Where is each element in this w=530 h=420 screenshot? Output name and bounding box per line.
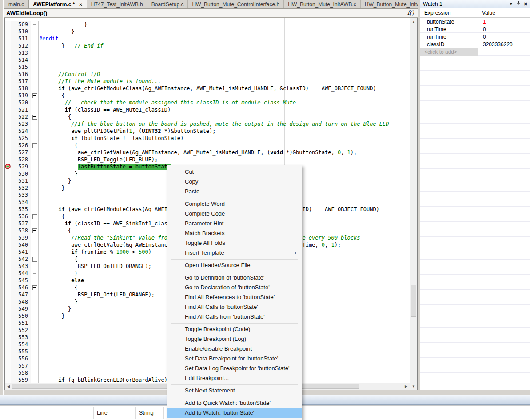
menu-item[interactable]: Toggle Breakpoint (Code) <box>167 324 302 334</box>
breakpoint-margin[interactable] <box>5 277 11 284</box>
close-tab-icon[interactable]: ✕ <box>79 2 82 7</box>
breakpoint-margin[interactable] <box>5 348 11 355</box>
breakpoint-margin[interactable] <box>5 192 11 199</box>
breakpoint-margin[interactable] <box>5 28 11 35</box>
breakpoint-margin[interactable] <box>5 78 11 85</box>
watch-row[interactable]: runTime0 <box>420 25 530 33</box>
code-text[interactable]: } <box>39 21 87 28</box>
code-text[interactable] <box>39 64 39 71</box>
breakpoint-margin[interactable] <box>5 184 11 192</box>
code-line[interactable]: 519 { <box>5 92 410 99</box>
code-text[interactable] <box>39 49 39 56</box>
breakpoint-margin[interactable] <box>5 263 11 270</box>
code-text[interactable] <box>39 355 39 362</box>
fold-margin[interactable] <box>31 113 39 120</box>
code-text[interactable]: } <box>39 298 78 305</box>
fold-margin[interactable] <box>31 92 39 99</box>
fold-collapse-icon[interactable] <box>32 93 37 98</box>
code-text[interactable]: //If the blue button on the board is pus… <box>39 120 389 128</box>
breakpoint-margin[interactable] <box>5 42 11 49</box>
code-text[interactable] <box>39 56 39 64</box>
breakpoint-margin[interactable] <box>5 327 11 334</box>
fold-margin[interactable] <box>31 256 39 263</box>
code-text[interactable] <box>39 348 39 355</box>
breakpoint-margin[interactable] <box>5 291 11 298</box>
watch-row[interactable]: classID3203336220 <box>420 40 530 48</box>
code-text[interactable]: else <box>39 277 84 284</box>
editor-tab[interactable]: AWEPlatform.c *✕ <box>28 0 87 8</box>
menu-item[interactable]: Edit Breakpoint... <box>167 373 302 383</box>
menu-item[interactable]: Open Header/Source File <box>167 260 302 270</box>
fold-collapse-icon[interactable] <box>32 115 37 120</box>
code-line[interactable]: 518 if (awe_ctrlGetModuleClass(&g_AWEIns… <box>5 85 410 92</box>
code-text[interactable]: BSP_LED_On(LED_ORANGE); <box>39 263 151 270</box>
code-line[interactable]: 526 { <box>5 142 410 149</box>
menu-item[interactable]: Complete Code <box>167 209 302 219</box>
code-text[interactable]: #endif <box>39 35 58 42</box>
code-text[interactable]: lastButtonState = buttonState; <box>39 163 174 170</box>
scroll-up-icon[interactable]: ▲ <box>410 18 417 25</box>
breakpoint-margin[interactable] <box>5 92 11 99</box>
code-text[interactable] <box>39 362 39 369</box>
breakpoint-margin[interactable] <box>5 120 11 128</box>
code-line[interactable]: 510 } <box>5 28 410 35</box>
fold-collapse-icon[interactable] <box>32 285 37 290</box>
code-line[interactable]: 515 <box>5 64 410 71</box>
breakpoint-margin[interactable] <box>5 220 11 227</box>
breakpoint-margin[interactable] <box>5 64 11 71</box>
menu-item[interactable]: Complete Word <box>167 199 302 209</box>
breakpoint-margin[interactable] <box>5 49 11 56</box>
menu-item[interactable]: Set Data Breakpoint for 'buttonState' <box>167 354 302 364</box>
fold-collapse-icon[interactable] <box>32 143 37 148</box>
breakpoint-margin[interactable] <box>5 234 11 241</box>
menu-item[interactable]: Add to Quick Watch: 'buttonState' <box>167 398 302 408</box>
fold-margin[interactable] <box>31 227 39 234</box>
window-menu-icon[interactable]: ▼ <box>509 1 513 7</box>
breakpoint-margin[interactable] <box>5 71 11 78</box>
breakpoint-margin[interactable] <box>5 376 11 383</box>
code-text[interactable]: { <box>39 213 65 220</box>
code-text[interactable]: } <box>39 270 78 277</box>
code-line[interactable]: 516 //Control I/O <box>5 71 410 78</box>
code-text[interactable]: { <box>39 227 71 234</box>
code-text[interactable]: if (runTime % 1000 > 500) <box>39 248 151 256</box>
editor-tab[interactable]: BoardSetup.c <box>147 0 188 8</box>
breakpoint-margin[interactable] <box>5 128 11 135</box>
menu-item[interactable]: Paste <box>167 187 302 196</box>
breakpoint-margin[interactable] <box>5 206 11 213</box>
breakpoint-margin[interactable] <box>5 142 11 149</box>
breakpoint-margin[interactable] <box>5 135 11 142</box>
code-text[interactable]: if (classID == AWE_Mute1_classID) <box>39 106 171 113</box>
breakpoint-margin[interactable] <box>5 284 11 291</box>
code-text[interactable] <box>39 320 39 327</box>
menu-item[interactable]: Add to Watch: 'buttonState' <box>167 408 302 418</box>
code-line[interactable]: 509 } <box>5 21 410 28</box>
menu-item[interactable]: Cut <box>167 167 302 177</box>
breakpoint-margin[interactable] <box>5 113 11 120</box>
code-line[interactable]: 522 { <box>5 113 410 120</box>
breakpoint-margin[interactable] <box>5 21 11 28</box>
code-text[interactable]: } <box>39 170 78 177</box>
function-list-icon[interactable]: f() <box>407 9 414 16</box>
code-text[interactable]: { <box>39 142 78 149</box>
menu-item[interactable]: Find All Calls from 'buttonState' <box>167 312 302 322</box>
code-line[interactable]: 521 if (classID == AWE_Mute1_classID) <box>5 106 410 113</box>
fold-margin[interactable] <box>31 213 39 220</box>
code-text[interactable]: if (g_bBlinkGreenLEDForBoardAlive) <box>39 376 167 383</box>
menu-item[interactable]: Go to Declaration of 'buttonState' <box>167 283 302 292</box>
code-text[interactable]: if (buttonState != lastButtonState) <box>39 135 183 142</box>
breakpoint-margin[interactable] <box>5 312 11 320</box>
menu-item[interactable]: Set Data Log Breakpoint for 'buttonState… <box>167 364 302 373</box>
breakpoint-margin[interactable] <box>5 156 11 163</box>
code-line[interactable]: 517 //If the Mute module is found... <box>5 78 410 85</box>
breakpoint-margin[interactable] <box>5 56 11 64</box>
breakpoint-margin[interactable] <box>5 149 11 156</box>
code-text[interactable]: { <box>39 284 78 291</box>
scroll-right-icon[interactable]: ▶ <box>402 383 410 390</box>
code-text[interactable]: //If the Mute module is found... <box>39 78 161 85</box>
code-text[interactable]: awe_ctrlSetValue(&g_AWEInstance, AWE_Mut… <box>39 149 357 156</box>
menu-item[interactable]: Copy <box>167 177 302 187</box>
code-line[interactable]: 527 awe_ctrlSetValue(&g_AWEInstance, AWE… <box>5 149 410 156</box>
code-text[interactable]: { <box>39 92 65 99</box>
watch-title-bar[interactable]: Watch 1 ▼ ✕ <box>420 0 530 8</box>
